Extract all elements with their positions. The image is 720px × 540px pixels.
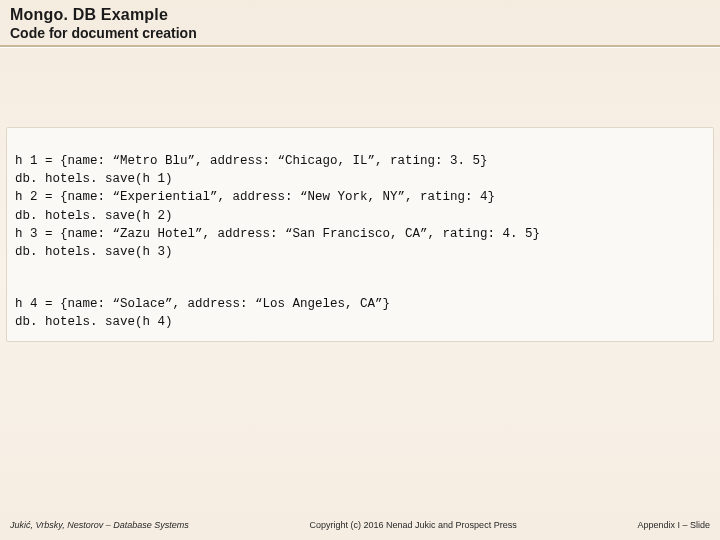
code-block: h 1 = {name: “Metro Blu”, address: “Chic… [6,127,714,342]
code-line: h 4 = {name: “Solace”, address: “Los Ang… [15,297,390,311]
code-line: db. hotels. save(h 3) [15,245,173,259]
code-line: h 2 = {name: “Experiential”, address: “N… [15,190,495,204]
code-line: db. hotels. save(h 2) [15,209,173,223]
header-rule [0,45,720,47]
footer-left: Jukić, Vrbsky, Nestorov – Database Syste… [10,520,189,530]
slide-footer: Jukić, Vrbsky, Nestorov – Database Syste… [0,520,720,530]
slide-title: Mongo. DB Example [10,6,710,24]
footer-right: Appendix I – Slide [637,520,710,530]
footer-center: Copyright (c) 2016 Nenad Jukic and Prosp… [189,520,638,530]
code-line: h 3 = {name: “Zazu Hotel”, address: “San… [15,227,540,241]
slide-subtitle: Code for document creation [10,25,710,41]
slide-header: Mongo. DB Example Code for document crea… [0,0,720,45]
code-line: h 1 = {name: “Metro Blu”, address: “Chic… [15,154,488,168]
code-line: db. hotels. save(h 4) [15,315,173,329]
code-line: db. hotels. save(h 1) [15,172,173,186]
